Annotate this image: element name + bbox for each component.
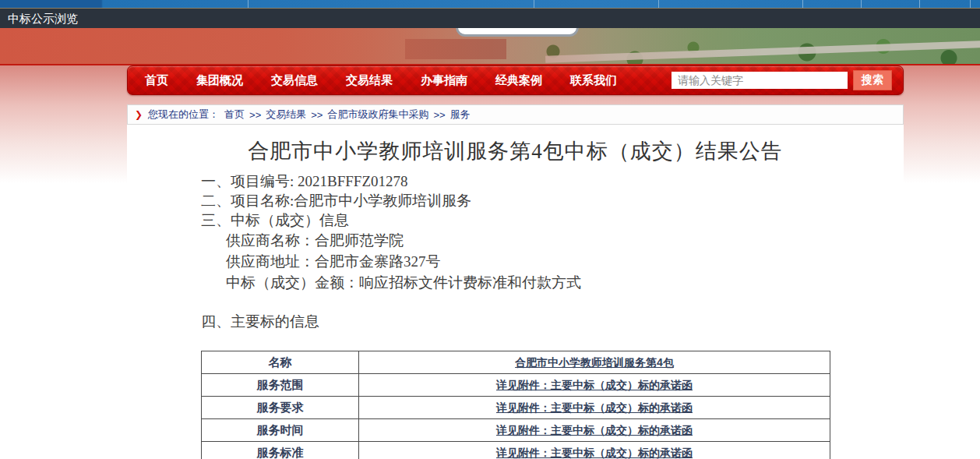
row-link-attachment[interactable]: 详见附件：主要中标（成交）标的承诺函	[496, 447, 693, 459]
project-number-line: 一、项目编号: 2021BFFFZ01278	[201, 171, 904, 191]
page-title-bar: 中标公示浏览	[0, 9, 980, 28]
award-info-heading: 三、中标（成交）信息	[201, 210, 904, 230]
table-row: 服务标准 详见附件：主要中标（成交）标的承诺函	[202, 442, 830, 459]
tab-divider	[970, 0, 971, 8]
nav-item-trade-info[interactable]: 交易信息	[271, 73, 318, 88]
nav-item-home[interactable]: 首页	[145, 73, 168, 88]
breadcrumb-separator: >>	[249, 109, 261, 121]
bid-subject-table: 名称 合肥市中小学教师培训服务第4包 服务范围 详见附件：主要中标（成交）标的承…	[201, 351, 830, 459]
table-row: 名称 合肥市中小学教师培训服务第4包	[202, 351, 830, 374]
breadcrumb-item-city-procurement[interactable]: 合肥市级政府集中采购	[327, 108, 428, 122]
table-row: 服务要求 详见附件：主要中标（成交）标的承诺函	[202, 397, 830, 419]
content-column: 首页 集团概况 交易信息 交易结果 办事指南 经典案例 联系我们 搜索 ❯ 您现…	[127, 65, 904, 459]
breadcrumb-label: 您现在的位置：	[148, 108, 219, 122]
tab-divider	[861, 0, 862, 8]
breadcrumb-item-service[interactable]: 服务	[450, 108, 471, 122]
tab-divider	[248, 0, 249, 8]
clipped-search-pill	[456, 28, 579, 37]
supplier-name-line: 供应商名称：合肥师范学院	[226, 230, 904, 251]
banner-image	[0, 28, 980, 65]
row-link-attachment[interactable]: 详见附件：主要中标（成交）标的承诺函	[496, 379, 693, 391]
row-label-service-requirements: 服务要求	[202, 397, 359, 419]
search-input[interactable]	[672, 72, 848, 89]
main-nav: 首页 集团概况 交易信息 交易结果 办事指南 经典案例 联系我们 搜索	[127, 65, 904, 95]
table-row: 服务时间 详见附件：主要中标（成交）标的承诺函	[202, 419, 830, 442]
table-row: 服务范围 详见附件：主要中标（成交）标的承诺函	[202, 374, 830, 397]
nav-item-trade-results[interactable]: 交易结果	[346, 73, 393, 88]
browser-tab-strip[interactable]	[0, 0, 980, 9]
nav-item-service-guide[interactable]: 办事指南	[421, 73, 467, 88]
announcement-document: 合肥市中小学教师培训服务第4包中标（成交）结果公告 一、项目编号: 2021BF…	[127, 125, 904, 459]
breadcrumb-separator: >>	[311, 109, 323, 121]
project-name-line: 二、项目名称:合肥市中小学教师培训服务	[201, 191, 904, 210]
breadcrumb-separator: >>	[433, 109, 445, 121]
breadcrumb-item-home[interactable]: 首页	[224, 108, 245, 122]
row-label-service-time: 服务时间	[202, 419, 359, 442]
row-label-service-standard: 服务标准	[202, 442, 359, 459]
tab-divider	[919, 0, 920, 8]
row-link-name[interactable]: 合肥市中小学教师培训服务第4包	[515, 356, 674, 369]
announcement-title: 合肥市中小学教师培训服务第4包中标（成交）结果公告	[127, 137, 904, 165]
breadcrumb: ❯ 您现在的位置： 首页 >> 交易结果 >> 合肥市级政府集中采购 >> 服务	[127, 104, 904, 125]
nav-item-contact-us[interactable]: 联系我们	[570, 73, 617, 88]
tab-divider	[534, 0, 534, 8]
row-label-name: 名称	[202, 351, 359, 374]
main-subject-heading: 四、主要标的信息	[201, 312, 904, 332]
search-button[interactable]: 搜索	[853, 70, 892, 90]
nav-item-group-overview[interactable]: 集团概况	[196, 73, 243, 88]
search-group: 搜索	[672, 70, 892, 90]
breadcrumb-arrow-icon: ❯	[135, 109, 143, 120]
supplier-address-line: 供应商地址：合肥市金寨路327号	[226, 251, 904, 272]
window-title: 中标公示浏览	[8, 12, 78, 25]
row-label-service-scope: 服务范围	[202, 374, 359, 397]
tab-divider	[802, 0, 803, 8]
tab-divider	[658, 0, 659, 8]
breadcrumb-item-trade-results[interactable]: 交易结果	[266, 108, 306, 122]
row-link-attachment[interactable]: 详见附件：主要中标（成交）标的承诺函	[496, 401, 693, 414]
nav-item-classic-cases[interactable]: 经典案例	[495, 73, 542, 88]
award-amount-line: 中标（成交）金额：响应招标文件计费标准和付款方式	[226, 272, 904, 293]
row-link-attachment[interactable]: 详见附件：主要中标（成交）标的承诺函	[496, 424, 693, 436]
